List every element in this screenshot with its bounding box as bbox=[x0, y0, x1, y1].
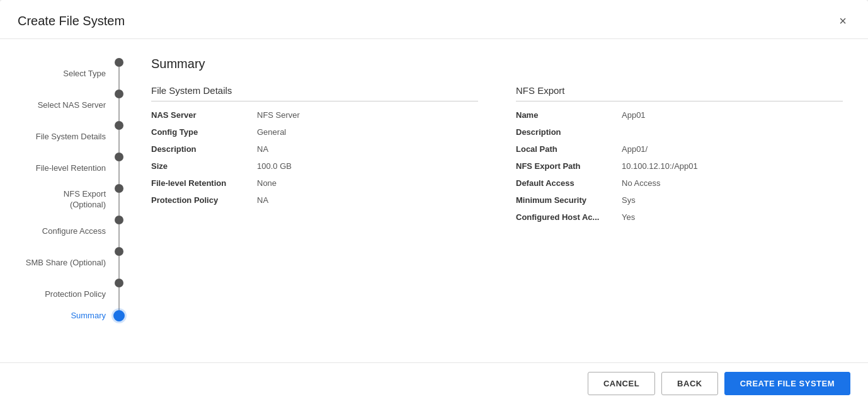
step-item-8[interactable]: Summary bbox=[26, 310, 126, 321]
step-item-5[interactable]: Configure Access bbox=[26, 216, 126, 247]
step-item-1[interactable]: Select NAS Server bbox=[26, 89, 126, 121]
fs-field-row-4: File-level RetentionNone bbox=[151, 178, 478, 188]
modal-title: Create File System bbox=[18, 14, 125, 28]
step-dot-wrap-8 bbox=[112, 310, 126, 321]
step-item-0[interactable]: Select Type bbox=[26, 58, 126, 89]
step-line-3 bbox=[118, 161, 120, 184]
nfs-field-val-2: App01/ bbox=[622, 144, 648, 154]
fs-field-row-0: NAS ServerNFS Server bbox=[151, 110, 478, 120]
fs-field-key-5: Protection Policy bbox=[151, 195, 252, 205]
nfs-fields: NameApp01DescriptionLocal PathApp01/NFS … bbox=[516, 110, 843, 222]
fs-field-val-2: NA bbox=[257, 144, 268, 154]
fs-field-val-0: NFS Server bbox=[257, 110, 300, 120]
step-list: Select TypeSelect NAS ServerFile System … bbox=[26, 58, 126, 321]
step-item-3[interactable]: File-level Retention bbox=[26, 153, 126, 184]
step-line-4 bbox=[118, 193, 120, 216]
nfs-field-row-0: NameApp01 bbox=[516, 110, 843, 120]
fs-field-row-2: DescriptionNA bbox=[151, 144, 478, 154]
nfs-field-val-0: App01 bbox=[622, 110, 646, 120]
fs-field-key-4: File-level Retention bbox=[151, 178, 252, 188]
step-label-8: Summary bbox=[71, 311, 112, 321]
nfs-field-row-5: Minimum SecuritySys bbox=[516, 195, 843, 205]
modal-header: Create File System × bbox=[0, 0, 868, 39]
fs-field-key-0: NAS Server bbox=[151, 110, 252, 120]
fs-field-val-1: General bbox=[257, 127, 286, 137]
step-dot-wrap-1 bbox=[112, 89, 126, 121]
step-item-6[interactable]: SMB Share (Optional) bbox=[26, 247, 126, 279]
step-label-3: File-level Retention bbox=[36, 163, 112, 174]
step-label-1: Select NAS Server bbox=[38, 100, 112, 111]
modal-footer: CANCEL BACK CREATE FILE SYSTEM bbox=[0, 362, 868, 404]
nfs-field-key-4: Default Access bbox=[516, 178, 617, 188]
fs-section-heading: File System Details bbox=[151, 85, 478, 101]
nfs-export-section: NFS Export NameApp01DescriptionLocal Pat… bbox=[516, 85, 843, 229]
nfs-field-row-4: Default AccessNo Access bbox=[516, 178, 843, 188]
fs-field-val-5: NA bbox=[257, 195, 268, 205]
nfs-field-row-6: Configured Host Ac...Yes bbox=[516, 212, 843, 222]
nfs-field-val-4: No Access bbox=[622, 178, 660, 188]
fs-field-val-4: None bbox=[257, 178, 277, 188]
step-dot-wrap-7 bbox=[112, 279, 126, 310]
step-dot-wrap-3 bbox=[112, 153, 126, 184]
details-grid: File System Details NAS ServerNFS Server… bbox=[151, 85, 843, 229]
fs-field-row-5: Protection PolicyNA bbox=[151, 195, 478, 205]
fs-fields: NAS ServerNFS ServerConfig TypeGeneralDe… bbox=[151, 110, 478, 205]
nfs-field-key-5: Minimum Security bbox=[516, 195, 617, 205]
step-dot-wrap-6 bbox=[112, 247, 126, 279]
nfs-field-key-0: Name bbox=[516, 110, 617, 120]
step-item-4[interactable]: NFS Export (Optional) bbox=[26, 184, 126, 216]
fs-field-key-1: Config Type bbox=[151, 127, 252, 137]
fs-field-row-1: Config TypeGeneral bbox=[151, 127, 478, 137]
cancel-button[interactable]: CANCEL bbox=[588, 372, 655, 395]
step-label-0: Select Type bbox=[63, 69, 112, 79]
nfs-field-row-2: Local PathApp01/ bbox=[516, 144, 843, 154]
step-dot-6 bbox=[115, 247, 123, 256]
fs-field-val-3: 100.0 GB bbox=[257, 161, 292, 171]
nfs-field-key-3: NFS Export Path bbox=[516, 161, 617, 171]
file-system-details-section: File System Details NAS ServerNFS Server… bbox=[151, 85, 478, 229]
step-dot-2 bbox=[115, 121, 123, 130]
step-line-7 bbox=[118, 287, 120, 310]
close-button[interactable]: × bbox=[835, 13, 850, 30]
nfs-field-key-6: Configured Host Ac... bbox=[516, 212, 617, 222]
fs-field-key-2: Description bbox=[151, 144, 252, 154]
fs-field-key-3: Size bbox=[151, 161, 252, 171]
summary-title: Summary bbox=[151, 57, 843, 71]
step-item-2[interactable]: File System Details bbox=[26, 121, 126, 153]
step-dot-8 bbox=[113, 310, 125, 321]
step-dot-7 bbox=[115, 279, 123, 287]
step-item-7[interactable]: Protection Policy bbox=[26, 279, 126, 310]
back-button[interactable]: BACK bbox=[661, 372, 718, 395]
step-label-4: NFS Export (Optional) bbox=[64, 189, 112, 211]
nfs-field-val-3: 10.100.12.10:/App01 bbox=[622, 161, 698, 171]
fs-field-row-3: Size100.0 GB bbox=[151, 161, 478, 171]
step-dot-wrap-4 bbox=[112, 184, 126, 216]
step-dot-wrap-0 bbox=[112, 58, 126, 89]
step-dot-5 bbox=[115, 216, 123, 224]
step-label-5: Configure Access bbox=[42, 226, 112, 237]
step-label-7: Protection Policy bbox=[45, 289, 112, 300]
nfs-field-key-1: Description bbox=[516, 127, 617, 137]
sidebar: Select TypeSelect NAS ServerFile System … bbox=[0, 39, 126, 362]
step-dot-3 bbox=[115, 153, 123, 161]
main-content: Summary File System Details NAS ServerNF… bbox=[126, 39, 868, 362]
create-file-system-modal: Create File System × Select TypeSelect N… bbox=[0, 0, 868, 404]
step-line-0 bbox=[118, 67, 120, 89]
nfs-field-key-2: Local Path bbox=[516, 144, 617, 154]
step-line-5 bbox=[118, 224, 120, 247]
step-dot-4 bbox=[115, 184, 123, 193]
step-label-6: SMB Share (Optional) bbox=[26, 258, 112, 268]
step-line-1 bbox=[118, 98, 120, 121]
nfs-field-row-3: NFS Export Path10.100.12.10:/App01 bbox=[516, 161, 843, 171]
step-line-2 bbox=[118, 130, 120, 153]
create-file-system-button[interactable]: CREATE FILE SYSTEM bbox=[724, 372, 850, 395]
step-dot-wrap-5 bbox=[112, 216, 126, 247]
nfs-field-row-1: Description bbox=[516, 127, 843, 137]
nfs-field-val-5: Sys bbox=[622, 195, 636, 205]
step-line-6 bbox=[118, 256, 120, 279]
step-dot-1 bbox=[115, 89, 123, 98]
modal-body: Select TypeSelect NAS ServerFile System … bbox=[0, 39, 868, 362]
nfs-field-val-6: Yes bbox=[622, 212, 635, 222]
step-label-2: File System Details bbox=[36, 132, 112, 142]
nfs-section-heading: NFS Export bbox=[516, 85, 843, 101]
